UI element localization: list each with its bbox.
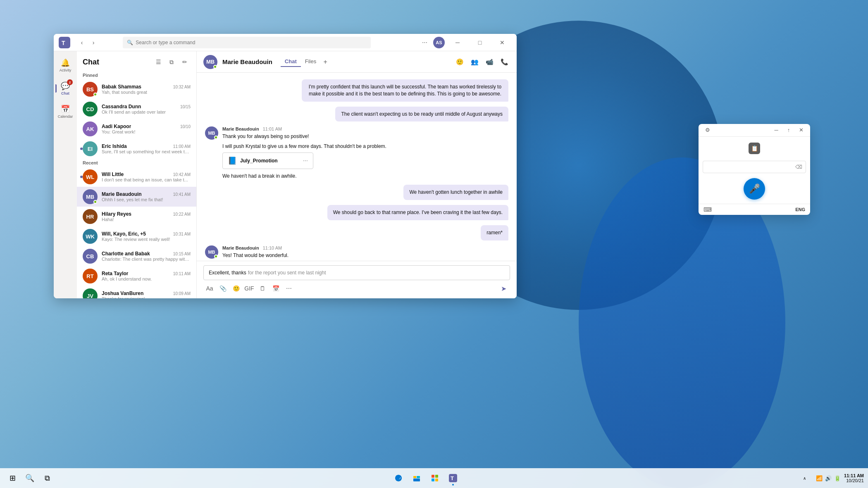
attachment-more-btn[interactable]: ⋯ [303,158,308,164]
more-toolbar-button[interactable]: ⋯ [284,283,294,294]
voice-language: ENG [795,207,805,212]
recent-section-label: Recent [77,159,196,167]
search-input[interactable] [136,40,367,45]
keyboard-icon[interactable]: ⌨ [703,206,712,213]
emoji-toolbar-button[interactable]: 🙂 [231,283,241,294]
chat-item-eric[interactable]: EI Eric Ishida 11:00 AM Sure, I'll set u… [77,139,196,159]
chat-item-hilary[interactable]: HR Hilary Reyes 10:22 AM Haha! [77,207,196,226]
msg-body-marie-2: Marie Beaudouin 11:10 AM Yes! That would… [222,245,508,261]
microphone-button[interactable]: 🎤 [744,178,765,200]
message-outgoing-2: The client wasn't expecting us to be rea… [205,107,508,122]
sidebar-item-calendar[interactable]: 📅 Calendar [55,101,75,122]
message-outgoing-4: We should go back to that ramne place. I… [205,205,508,220]
sticker-button[interactable]: 🗒 [257,283,268,294]
tab-chat[interactable]: Chat [281,57,301,67]
chat-preview-will: I don't see that being an issue, can tak… [102,177,191,182]
chat-preview-reta: Ah, ok I understand now. [102,276,191,281]
minimize-button[interactable]: ─ [448,36,467,49]
attach-button[interactable]: 📎 [217,283,228,294]
taskbar-taskview-button[interactable]: ⧉ [39,470,55,486]
chat-name-will: Will Little [102,171,124,177]
schedule-button[interactable]: 📅 [270,283,281,294]
avatar-group: WK [83,229,98,244]
message-input-box[interactable]: Excellent, thanks for the report you sen… [203,265,510,280]
taskbar-chevron-button[interactable]: ∧ [796,470,813,486]
voice-upload-button[interactable]: ↑ [784,125,794,135]
voice-popup: ⚙ ─ ↑ ✕ 📋 ⌫ 🎤 ⌨ ENG [699,124,810,215]
chat-item-will[interactable]: WL Will Little 10:42 AM I don't see that… [77,167,196,187]
send-button[interactable]: ➤ [498,283,509,294]
svg-rect-5 [432,475,434,478]
taskbar-search-button[interactable]: 🔍 [21,470,38,486]
gif-button[interactable]: GIF [244,283,255,294]
emoji-button[interactable]: 🙂 [454,56,465,68]
people-button[interactable]: 👥 [469,56,480,68]
filter-button[interactable]: ☰ [153,56,164,68]
add-tab-button[interactable]: + [320,57,330,67]
close-button[interactable]: ✕ [493,36,512,49]
taskbar-windows-button[interactable]: ⊞ [4,470,21,486]
chat-info-group: Will, Kayo, Eric, +5 10:31 AM Kayo: The … [102,231,191,242]
chat-list-panel: Chat ☰ ⧉ ✏ Pinned BS Babak Shammas 10:32… [77,51,197,298]
chat-item-charlotte[interactable]: CB Charlotte and Babak 10:15 AM Charlott… [77,246,196,266]
taskbar-teams-button[interactable]: T [445,470,461,486]
sidebar-item-activity[interactable]: 🔔 Activity [55,55,75,76]
sidebar-item-chat[interactable]: 2 💬 Chat [55,78,75,99]
date-display: 10/20/21 [844,478,864,483]
chat-info-aadi: Aadi Kapoor 10/10 You: Great work! [102,124,191,134]
new-chat-button[interactable]: ✏ [179,56,191,68]
search-icon: 🔍 [127,40,133,45]
svg-rect-3 [413,478,420,481]
voice-input-row[interactable]: ⌫ [703,161,806,173]
chat-time-reta: 10:11 AM [173,271,191,276]
activity-icon: 🔔 [61,58,70,67]
maximize-button[interactable]: □ [470,36,489,49]
search-bar[interactable]: 🔍 [123,37,371,48]
chat-time-will: 10:42 AM [173,172,191,177]
msg-attachment-1[interactable]: 📘 July_Promotion ⋯ [222,152,313,169]
video-button[interactable]: 📹 [484,56,495,68]
voice-text-input[interactable] [706,164,795,169]
bubble-2: The client wasn't expecting us to be rea… [335,107,508,122]
voice-minimize-button[interactable]: ─ [771,125,781,135]
format-button[interactable]: Aa [204,283,215,294]
copy-button[interactable]: ⧉ [166,56,177,68]
chat-list-actions: ☰ ⧉ ✏ [153,56,191,68]
msg-text-2a: Yes! That would be wonderful. [222,252,508,259]
chat-preview-eric: Sure, I'll set up something for next wee… [102,149,191,154]
forward-button[interactable]: › [88,38,98,48]
more-options-button[interactable]: ⋯ [420,38,430,48]
message-incoming-1: MB Marie Beaudouin 11:01 AM Thank you fo… [205,126,508,180]
chat-badge: 2 [67,79,73,85]
user-avatar[interactable]: AS [433,37,445,48]
avatar-cassandra: CD [83,102,98,117]
taskbar-right: ∧ 📶 🔊 🔋 11:11 AM 10/20/21 [796,470,864,486]
taskbar-edge-button[interactable] [390,470,407,486]
chat-item-group[interactable]: WK Will, Kayo, Eric, +5 10:31 AM Kayo: T… [77,226,196,246]
chat-item-aadi[interactable]: AK Aadi Kapoor 10/10 You: Great work! [77,119,196,139]
chat-header: MB Marie Beaudouin Chat Files + 🙂 👥 📹 📞 [197,51,517,73]
chat-item-joshua[interactable]: JV Joshua VanBuren 10:09 AM Thanks for r… [77,286,196,298]
tab-files[interactable]: Files [301,57,320,67]
chat-item-marie[interactable]: MB Marie Beaudouin 10:41 AM Ohhh I see, … [77,187,196,207]
call-button[interactable]: 📞 [498,56,510,68]
voice-copy-icon[interactable]: 📋 [749,143,760,154]
chat-item-babak[interactable]: BS Babak Shammas 10:32 AM Yah, that soun… [77,79,196,99]
msg-time-2: 11:10 AM [263,245,282,250]
taskbar-clock[interactable]: 11:11 AM 10/20/21 [844,473,864,483]
chat-item-cassandra[interactable]: CD Cassandra Dunn 10/15 Ok I'll send an … [77,99,196,119]
chat-preview-babak: Yah, that sounds great [102,90,191,95]
voice-close-button[interactable]: ✕ [796,125,806,135]
chat-list-title: Chat [83,58,99,67]
back-button[interactable]: ‹ [77,38,87,48]
chat-item-reta[interactable]: RT Reta Taylor 10:11 AM Ah, ok I underst… [77,266,196,286]
chat-preview-cassandra: Ok I'll send an update over later [102,110,191,114]
avatar-marie: MB [83,189,98,204]
input-placeholder-text: for the report you sent me last night [248,270,326,276]
taskbar-store-button[interactable] [427,470,443,486]
messages-area[interactable]: I'm pretty confident that this launch wi… [197,73,517,261]
taskbar-explorer-button[interactable] [408,470,425,486]
voice-settings-button[interactable]: ⚙ [703,125,713,135]
voice-backspace-icon[interactable]: ⌫ [795,164,802,170]
bubble-5: ramen* [481,225,508,240]
